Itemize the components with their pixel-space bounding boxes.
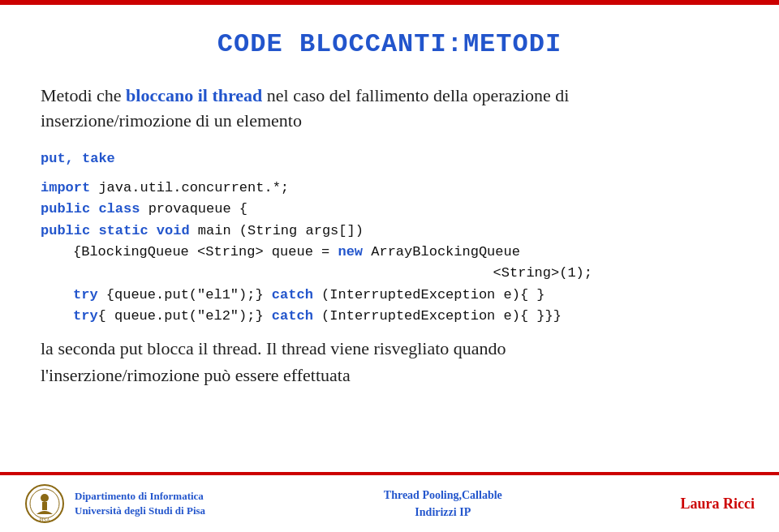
blocking-queue: {BlockingQueue <String> queue = bbox=[73, 244, 338, 260]
intro-text-part2: nel caso del fallimento della operazione… bbox=[262, 85, 569, 105]
footer-center-line2: Indirizzi IP bbox=[384, 504, 502, 521]
code-block: import java.util.concurrent.*; public cl… bbox=[41, 178, 738, 327]
code-queue-type: <String>(1); bbox=[41, 263, 738, 284]
keyword-class: class bbox=[98, 201, 140, 217]
footer-left: PISA Dipartimento di Informatica Univers… bbox=[24, 483, 205, 524]
svg-rect-3 bbox=[42, 502, 47, 510]
keyword-put-take: put, take bbox=[41, 151, 115, 166]
string-type: <String>(1); bbox=[493, 265, 592, 281]
keyword-public2: public bbox=[41, 223, 90, 238]
footer-center-line1: Thread Pooling,Callable bbox=[384, 487, 502, 504]
footer: PISA Dipartimento di Informatica Univers… bbox=[0, 475, 779, 532]
code-import: import java.util.concurrent.*; bbox=[41, 178, 738, 199]
try1-body: {queue.put("el1");} bbox=[98, 287, 272, 302]
footer-dept: Dipartimento di Informatica Università d… bbox=[75, 489, 205, 518]
slide-title: CODE BLOCCANTI:METODI bbox=[41, 29, 738, 59]
try2-body: { queue.put("el2");} bbox=[98, 308, 272, 324]
class-name: provaqueue { bbox=[140, 201, 247, 217]
footer-dept-line2: Università degli Studi di Pisa bbox=[75, 504, 205, 518]
university-logo: PISA bbox=[24, 483, 65, 524]
closing-line2: l'inserzione/rimozione può essere effett… bbox=[41, 365, 351, 385]
keyword-void: void bbox=[157, 223, 190, 238]
keyword-public1: public bbox=[41, 201, 90, 217]
footer-author: Laura Ricci bbox=[681, 496, 755, 513]
code-queue-decl: {BlockingQueue <String> queue = new Arra… bbox=[73, 242, 738, 263]
array-blocking: ArrayBlockingQueue bbox=[363, 244, 520, 260]
closing-line1: la seconda put blocca il thread. Il thre… bbox=[41, 338, 506, 358]
svg-text:PISA: PISA bbox=[39, 517, 50, 522]
intro-paragraph: Metodi che bloccano il thread nel caso d… bbox=[41, 84, 738, 134]
code-try2: try{ queue.put("el2");} catch (Interrupt… bbox=[73, 306, 738, 327]
intro-highlight: bloccano il thread bbox=[126, 85, 262, 105]
keyword-import: import bbox=[41, 180, 90, 195]
keyword-new: new bbox=[338, 244, 363, 260]
keyword-try1: try bbox=[73, 287, 98, 302]
import-text: java.util.concurrent.*; bbox=[90, 180, 289, 195]
code-main: public static void main (String args[]) bbox=[41, 221, 738, 242]
catch2-body: (InterruptedException e){ }}} bbox=[313, 308, 562, 324]
footer-center: Thread Pooling,Callable Indirizzi IP bbox=[384, 487, 502, 521]
intro-line2: inserzione/rimozione di un elemento bbox=[41, 110, 302, 131]
catch1-body: (InterruptedException e){ } bbox=[313, 287, 545, 302]
code-class: public class provaqueue { bbox=[41, 199, 738, 220]
code-try1: try {queue.put("el1");} catch (Interrupt… bbox=[73, 285, 738, 306]
keyword-catch2: catch bbox=[272, 308, 313, 324]
footer-dept-line1: Dipartimento di Informatica bbox=[75, 489, 205, 504]
keyword-try2: try bbox=[73, 308, 98, 324]
svg-point-2 bbox=[41, 494, 49, 502]
keyword-catch1: catch bbox=[272, 287, 313, 302]
code-put-take: put, take bbox=[41, 148, 738, 169]
keyword-static: static bbox=[98, 223, 148, 238]
intro-text-part1: Metodi che bbox=[41, 85, 126, 105]
closing-text: la seconda put blocca il thread. Il thre… bbox=[41, 335, 738, 388]
main-content: CODE BLOCCANTI:METODI Metodi che bloccan… bbox=[0, 5, 779, 388]
main-sig: main (String args[]) bbox=[190, 223, 364, 238]
